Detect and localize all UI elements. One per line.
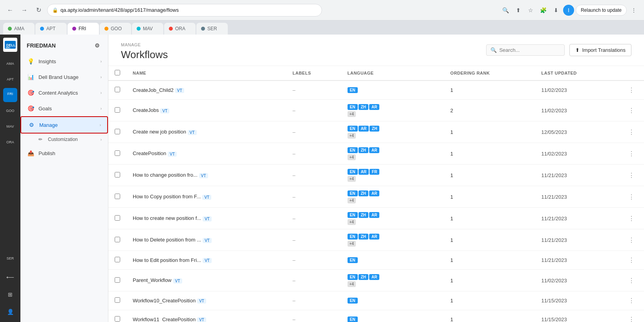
profile-button[interactable]: I — [563, 5, 574, 16]
name-tag: VT — [203, 216, 212, 221]
icon-bar-grid[interactable]: ⊞ — [3, 287, 17, 302]
sidebar-item-publish[interactable]: 📤 Publish — [20, 145, 108, 161]
row-more-button-0[interactable]: ⋮ — [625, 85, 638, 95]
tab-ser[interactable]: SER — [196, 23, 228, 35]
row-checkbox-11[interactable] — [115, 316, 120, 322]
main-content: MANAGE Workflows 🔍 ⬆ Import Translations — [108, 35, 644, 322]
workflow-name[interactable]: How to Copy position from F... — [133, 194, 201, 199]
sidebar-sub-customization[interactable]: ✏ Customization › — [20, 134, 108, 145]
select-all-checkbox[interactable] — [115, 70, 120, 75]
select-all-header[interactable] — [108, 66, 126, 80]
workflow-name[interactable]: Workflow10_CreatePosition — [133, 298, 196, 304]
icon-bar-apt[interactable]: APT — [3, 72, 17, 86]
active-dot — [9, 97, 11, 99]
workflow-name[interactable]: CreatePosition — [133, 150, 166, 156]
reload-button[interactable]: ↻ — [33, 5, 44, 16]
row-checkbox-4[interactable] — [115, 172, 120, 177]
sidebar-item-goals[interactable]: 🎯 Goals › — [20, 101, 108, 116]
row-updated-5: 11/21/2023 — [535, 186, 619, 208]
tab-fri[interactable]: FRI — [68, 23, 99, 35]
icon-bar-user[interactable]: 👤 — [3, 305, 17, 319]
icon-bar-ama[interactable]: AMA — [3, 57, 17, 71]
row-checkbox-10[interactable] — [115, 297, 120, 303]
row-labels-8: – — [286, 251, 341, 270]
row-more-button-2[interactable]: ⋮ — [625, 127, 638, 137]
search-box[interactable]: 🔍 — [486, 44, 565, 56]
workflow-name[interactable]: How to change position fro... — [133, 172, 198, 178]
search-button[interactable]: 🔍 — [500, 5, 511, 16]
icon-bar-mav[interactable]: MAV — [3, 119, 17, 134]
row-name-3: CreatePositionVT — [126, 143, 286, 165]
forward-button[interactable]: → — [19, 5, 30, 16]
workflow-name[interactable]: Workflow11_CreatePosition — [133, 317, 196, 322]
sidebar-item-content-analytics[interactable]: 🎯 Content Analytics › — [20, 85, 108, 101]
icon-bar-goo[interactable]: GOO — [3, 104, 17, 118]
row-more-button-3[interactable]: ⋮ — [625, 148, 638, 159]
row-checkbox-3[interactable] — [115, 150, 120, 156]
row-checkbox-6[interactable] — [115, 215, 120, 221]
row-checkbox-9[interactable] — [115, 277, 120, 283]
lang-more: +4 — [348, 111, 356, 117]
workflow-name[interactable]: Create new job position — [133, 129, 186, 135]
gear-button[interactable]: ⚙ — [92, 41, 102, 50]
workflow-name[interactable]: How to Delete position from ... — [133, 237, 201, 243]
sidebar-item-insights[interactable]: 💡 Insights › — [20, 53, 108, 69]
row-name-10: Workflow10_CreatePositionVT — [126, 291, 286, 310]
row-checkbox-2[interactable] — [115, 129, 120, 134]
import-translations-button[interactable]: ⬆ Import Translations — [569, 44, 631, 56]
row-actions-6: ⋮ — [619, 208, 644, 229]
sidebar-item-dell-brand[interactable]: 📊 Dell Brand Usage › — [20, 69, 108, 85]
content-header: MANAGE Workflows 🔍 ⬆ Import Translations — [108, 35, 644, 66]
workflow-name[interactable]: Parent_Workflow — [133, 277, 172, 283]
row-language-6: ENZHAR+4 — [341, 208, 444, 229]
row-checkbox-0[interactable] — [115, 87, 120, 92]
table-row: CreatePositionVT–ENZHAR+4111/02/2023⋮ — [108, 143, 644, 165]
back-button[interactable]: ← — [5, 5, 16, 16]
workflow-name[interactable]: CreateJobs — [133, 107, 159, 113]
row-checkbox-8[interactable] — [115, 257, 120, 262]
share-button[interactable]: ⬆ — [513, 5, 524, 16]
download-button[interactable]: ⬇ — [551, 5, 562, 16]
workflow-name[interactable]: How to create new position f... — [133, 215, 201, 221]
menu-button[interactable]: ⋮ — [628, 5, 639, 16]
extensions-button[interactable]: 🧩 — [538, 5, 549, 16]
icon-bar-fri[interactable]: FRI — [3, 88, 17, 102]
row-more-button-5[interactable]: ⋮ — [625, 192, 638, 202]
tab-mav[interactable]: MAV — [132, 23, 163, 35]
workflow-name[interactable]: How to Edit position from Fri... — [133, 257, 201, 263]
row-more-button-9[interactable]: ⋮ — [625, 275, 638, 286]
bookmark-button[interactable]: ☆ — [525, 5, 536, 16]
tab-apt[interactable]: APT — [35, 23, 67, 35]
lang-badge-ar: AR — [369, 234, 379, 240]
row-more-button-6[interactable]: ⋮ — [625, 213, 638, 224]
row-actions-0: ⋮ — [619, 80, 644, 100]
browser-bar: ← → ↻ 🔒 qa.apty.io/admin/tenant/428/app/… — [0, 0, 644, 20]
svg-text:EMC: EMC — [6, 46, 11, 49]
sidebar-item-manage[interactable]: ⚙ Manage › — [20, 116, 108, 134]
row-checkbox-1[interactable] — [115, 107, 120, 113]
workflow-name[interactable]: CreateJob_Child2 — [133, 87, 174, 93]
table-row: Workflow10_CreatePositionVT–EN111/15/202… — [108, 291, 644, 310]
row-checkbox-5[interactable] — [115, 194, 120, 199]
tab-ora[interactable]: ORA — [164, 23, 196, 35]
row-more-button-8[interactable]: ⋮ — [625, 255, 638, 265]
title-section: MANAGE Workflows — [121, 42, 168, 61]
row-language-2: ENARZH+4 — [341, 121, 444, 143]
row-more-button-7[interactable]: ⋮ — [625, 235, 638, 245]
icon-bar-ora[interactable]: ORA — [3, 135, 17, 149]
tab-ama[interactable]: AMA — [3, 23, 35, 35]
lang-badge-en: EN — [348, 190, 358, 196]
tab-goo[interactable]: GOO — [100, 23, 131, 35]
row-checkbox-7[interactable] — [115, 237, 120, 242]
row-more-button-1[interactable]: ⋮ — [625, 105, 638, 116]
col-language: LANGUAGE — [341, 66, 444, 80]
browser-actions: 🔍 ⬆ ☆ 🧩 ⬇ I Relaunch to update ⋮ — [500, 5, 639, 16]
relaunch-button[interactable]: Relaunch to update — [576, 5, 627, 16]
icon-bar-collapse[interactable]: ⟵ — [3, 270, 17, 284]
row-more-button-11[interactable]: ⋮ — [625, 314, 638, 322]
row-more-button-4[interactable]: ⋮ — [625, 170, 638, 181]
address-bar[interactable]: 🔒 qa.apty.io/admin/tenant/428/app/1617/m… — [47, 4, 322, 16]
search-input[interactable] — [499, 47, 560, 53]
row-more-button-10[interactable]: ⋮ — [625, 295, 638, 306]
icon-bar-ser[interactable]: SER — [3, 251, 17, 265]
